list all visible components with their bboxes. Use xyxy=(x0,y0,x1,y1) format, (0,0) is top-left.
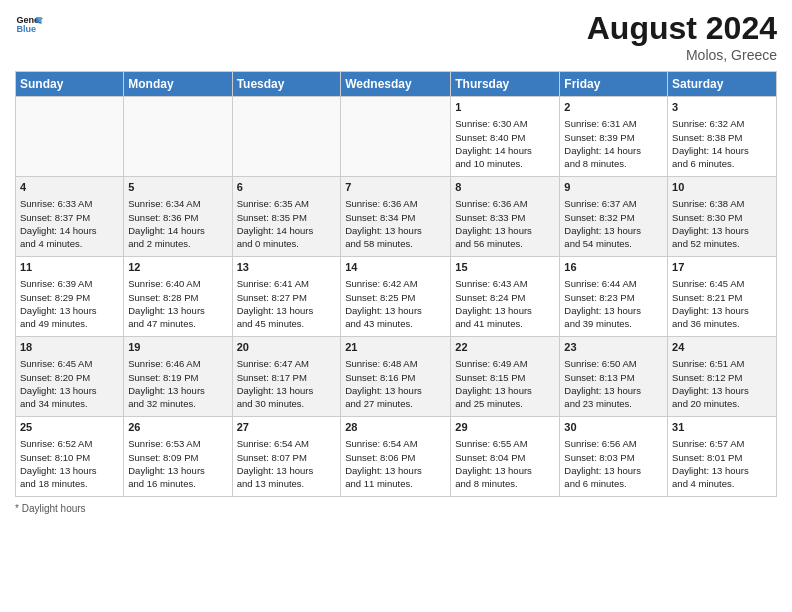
day-info: Sunset: 8:09 PM xyxy=(128,451,227,464)
day-info: Daylight: 13 hours xyxy=(20,384,119,397)
day-info: and 16 minutes. xyxy=(128,477,227,490)
day-info: and 4 minutes. xyxy=(672,477,772,490)
day-info: Daylight: 13 hours xyxy=(455,304,555,317)
day-number: 13 xyxy=(237,260,337,275)
day-number: 31 xyxy=(672,420,772,435)
day-number: 24 xyxy=(672,340,772,355)
day-info: and 0 minutes. xyxy=(237,237,337,250)
day-info: Sunrise: 6:38 AM xyxy=(672,197,772,210)
week-row-3: 11Sunrise: 6:39 AMSunset: 8:29 PMDayligh… xyxy=(16,257,777,337)
day-info: Sunrise: 6:47 AM xyxy=(237,357,337,370)
day-info: and 43 minutes. xyxy=(345,317,446,330)
day-number: 25 xyxy=(20,420,119,435)
calendar-table: SundayMondayTuesdayWednesdayThursdayFrid… xyxy=(15,71,777,497)
day-info: Sunrise: 6:41 AM xyxy=(237,277,337,290)
day-info: Sunset: 8:33 PM xyxy=(455,211,555,224)
day-info: and 6 minutes. xyxy=(672,157,772,170)
day-info: and 13 minutes. xyxy=(237,477,337,490)
day-info: Sunrise: 6:33 AM xyxy=(20,197,119,210)
day-cell xyxy=(341,97,451,177)
logo-icon: General Blue xyxy=(15,10,43,38)
day-number: 17 xyxy=(672,260,772,275)
day-info: and 8 minutes. xyxy=(564,157,663,170)
col-header-saturday: Saturday xyxy=(668,72,777,97)
day-info: and 27 minutes. xyxy=(345,397,446,410)
day-info: Sunrise: 6:36 AM xyxy=(345,197,446,210)
day-info: Sunset: 8:21 PM xyxy=(672,291,772,304)
day-info: Daylight: 13 hours xyxy=(237,384,337,397)
day-info: and 58 minutes. xyxy=(345,237,446,250)
day-info: Sunset: 8:39 PM xyxy=(564,131,663,144)
day-info: and 4 minutes. xyxy=(20,237,119,250)
day-info: and 6 minutes. xyxy=(564,477,663,490)
day-info: Sunrise: 6:31 AM xyxy=(564,117,663,130)
day-cell: 10Sunrise: 6:38 AMSunset: 8:30 PMDayligh… xyxy=(668,177,777,257)
day-number: 1 xyxy=(455,100,555,115)
day-info: Sunset: 8:07 PM xyxy=(237,451,337,464)
day-number: 16 xyxy=(564,260,663,275)
day-info: Sunset: 8:20 PM xyxy=(20,371,119,384)
day-info: Daylight: 13 hours xyxy=(237,304,337,317)
day-info: and 2 minutes. xyxy=(128,237,227,250)
day-cell: 25Sunrise: 6:52 AMSunset: 8:10 PMDayligh… xyxy=(16,417,124,497)
footer-text: Daylight hours xyxy=(22,503,86,514)
title-block: August 2024 Molos, Greece xyxy=(587,10,777,63)
col-header-thursday: Thursday xyxy=(451,72,560,97)
day-info: and 41 minutes. xyxy=(455,317,555,330)
day-cell: 12Sunrise: 6:40 AMSunset: 8:28 PMDayligh… xyxy=(124,257,232,337)
day-cell: 20Sunrise: 6:47 AMSunset: 8:17 PMDayligh… xyxy=(232,337,341,417)
footer: * Daylight hours xyxy=(15,503,777,514)
svg-text:Blue: Blue xyxy=(16,24,36,34)
day-info: and 11 minutes. xyxy=(345,477,446,490)
day-info: Sunrise: 6:50 AM xyxy=(564,357,663,370)
day-info: Daylight: 14 hours xyxy=(672,144,772,157)
day-number: 9 xyxy=(564,180,663,195)
day-cell xyxy=(124,97,232,177)
day-cell: 15Sunrise: 6:43 AMSunset: 8:24 PMDayligh… xyxy=(451,257,560,337)
col-header-sunday: Sunday xyxy=(16,72,124,97)
day-info: Daylight: 13 hours xyxy=(345,384,446,397)
day-cell: 24Sunrise: 6:51 AMSunset: 8:12 PMDayligh… xyxy=(668,337,777,417)
day-info: Sunset: 8:34 PM xyxy=(345,211,446,224)
day-info: Daylight: 13 hours xyxy=(455,464,555,477)
page: General Blue August 2024 Molos, Greece S… xyxy=(0,0,792,524)
day-cell: 7Sunrise: 6:36 AMSunset: 8:34 PMDaylight… xyxy=(341,177,451,257)
day-info: and 47 minutes. xyxy=(128,317,227,330)
day-info: Daylight: 13 hours xyxy=(237,464,337,477)
day-info: Daylight: 13 hours xyxy=(672,224,772,237)
day-info: Sunrise: 6:45 AM xyxy=(20,357,119,370)
day-info: Daylight: 13 hours xyxy=(345,304,446,317)
day-info: and 18 minutes. xyxy=(20,477,119,490)
day-info: and 52 minutes. xyxy=(672,237,772,250)
day-info: Sunset: 8:28 PM xyxy=(128,291,227,304)
day-info: Sunset: 8:35 PM xyxy=(237,211,337,224)
day-info: Sunrise: 6:46 AM xyxy=(128,357,227,370)
day-info: Sunset: 8:38 PM xyxy=(672,131,772,144)
day-info: Sunset: 8:25 PM xyxy=(345,291,446,304)
day-info: Daylight: 13 hours xyxy=(564,224,663,237)
day-info: Sunset: 8:19 PM xyxy=(128,371,227,384)
col-header-wednesday: Wednesday xyxy=(341,72,451,97)
day-info: Sunrise: 6:56 AM xyxy=(564,437,663,450)
day-info: Sunset: 8:23 PM xyxy=(564,291,663,304)
day-info: Sunset: 8:15 PM xyxy=(455,371,555,384)
day-cell: 23Sunrise: 6:50 AMSunset: 8:13 PMDayligh… xyxy=(560,337,668,417)
day-info: Sunrise: 6:48 AM xyxy=(345,357,446,370)
day-info: Sunrise: 6:36 AM xyxy=(455,197,555,210)
day-cell: 22Sunrise: 6:49 AMSunset: 8:15 PMDayligh… xyxy=(451,337,560,417)
day-cell: 28Sunrise: 6:54 AMSunset: 8:06 PMDayligh… xyxy=(341,417,451,497)
day-cell: 5Sunrise: 6:34 AMSunset: 8:36 PMDaylight… xyxy=(124,177,232,257)
week-row-5: 25Sunrise: 6:52 AMSunset: 8:10 PMDayligh… xyxy=(16,417,777,497)
day-info: Sunrise: 6:43 AM xyxy=(455,277,555,290)
day-cell: 26Sunrise: 6:53 AMSunset: 8:09 PMDayligh… xyxy=(124,417,232,497)
day-cell: 16Sunrise: 6:44 AMSunset: 8:23 PMDayligh… xyxy=(560,257,668,337)
day-cell: 2Sunrise: 6:31 AMSunset: 8:39 PMDaylight… xyxy=(560,97,668,177)
day-info: Daylight: 13 hours xyxy=(345,224,446,237)
day-info: Sunset: 8:27 PM xyxy=(237,291,337,304)
day-number: 20 xyxy=(237,340,337,355)
day-info: Sunrise: 6:32 AM xyxy=(672,117,772,130)
logo: General Blue xyxy=(15,10,43,38)
day-info: Sunrise: 6:30 AM xyxy=(455,117,555,130)
day-info: Sunrise: 6:53 AM xyxy=(128,437,227,450)
day-number: 12 xyxy=(128,260,227,275)
